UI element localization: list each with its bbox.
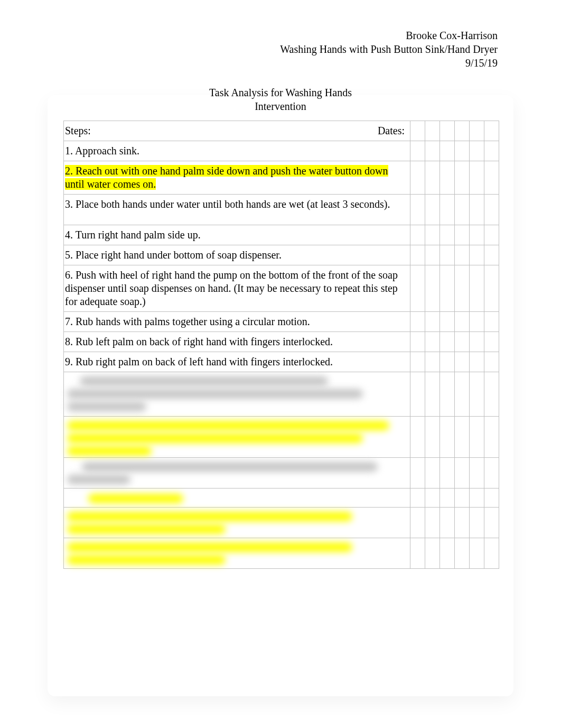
tick-cell bbox=[455, 245, 470, 265]
tick-cell bbox=[484, 417, 499, 458]
task-table-wrap: Steps:Dates:1. Approach sink.2. Reach ou… bbox=[63, 121, 498, 569]
tick-cell bbox=[410, 352, 425, 372]
tick-cell bbox=[484, 332, 499, 352]
tick-cell bbox=[425, 141, 440, 161]
tick-cell bbox=[425, 508, 440, 538]
step-text: 7. Rub hands with palms together using a… bbox=[65, 316, 310, 327]
tick-cell bbox=[410, 417, 425, 458]
tick-cell bbox=[425, 489, 440, 508]
obscured-line bbox=[67, 512, 352, 521]
date-col-header bbox=[484, 121, 499, 141]
tick-cell bbox=[470, 372, 484, 417]
tick-cell bbox=[425, 265, 440, 312]
step-cell: 9. Rub right palm on back of left hand w… bbox=[64, 352, 410, 372]
tick-cell bbox=[455, 195, 470, 225]
header-date: 9/15/19 bbox=[63, 56, 498, 70]
tick-cell bbox=[410, 508, 425, 538]
dates-label-text: Dates: bbox=[378, 124, 408, 137]
tick-cell bbox=[470, 538, 484, 569]
tick-cell bbox=[455, 489, 470, 508]
header-author: Brooke Cox-Harrison bbox=[63, 29, 498, 42]
date-col-header bbox=[455, 121, 470, 141]
tick-cell bbox=[425, 538, 440, 569]
tick-cell bbox=[410, 538, 425, 569]
tick-cell bbox=[484, 372, 499, 417]
date-col-header bbox=[440, 121, 455, 141]
tick-cell bbox=[470, 417, 484, 458]
tick-cell bbox=[455, 538, 470, 569]
tick-cell bbox=[484, 195, 499, 225]
tick-cell bbox=[455, 312, 470, 332]
tick-cell bbox=[455, 141, 470, 161]
tick-cell bbox=[410, 489, 425, 508]
step-cell: 7. Rub hands with palms together using a… bbox=[64, 312, 410, 332]
tick-cell bbox=[425, 417, 440, 458]
tick-cell bbox=[440, 141, 455, 161]
tick-cell bbox=[410, 458, 425, 489]
tick-cell bbox=[440, 489, 455, 508]
tick-cell bbox=[440, 417, 455, 458]
obscured-line bbox=[67, 475, 130, 484]
step-text: 4. Turn right hand palm side up. bbox=[65, 229, 201, 241]
tick-cell bbox=[484, 458, 499, 489]
tick-cell bbox=[455, 161, 470, 195]
tick-cell bbox=[484, 538, 499, 569]
step-cell: 8. Rub left palm on back of right hand w… bbox=[64, 332, 410, 352]
obscured-line bbox=[67, 542, 352, 552]
tick-cell bbox=[410, 245, 425, 265]
tick-cell bbox=[425, 195, 440, 225]
tick-cell bbox=[455, 265, 470, 312]
step-cell bbox=[64, 417, 410, 458]
tick-cell bbox=[484, 489, 499, 508]
tick-cell bbox=[425, 312, 440, 332]
tick-cell bbox=[455, 352, 470, 372]
tick-cell bbox=[470, 161, 484, 195]
step-cell bbox=[64, 538, 410, 569]
tick-cell bbox=[470, 489, 484, 508]
date-col-header bbox=[425, 121, 440, 141]
tick-cell bbox=[455, 372, 470, 417]
tick-cell bbox=[470, 332, 484, 352]
tick-cell bbox=[484, 312, 499, 332]
tick-cell bbox=[440, 332, 455, 352]
tick-cell bbox=[440, 352, 455, 372]
step-cell: 4. Turn right hand palm side up. bbox=[64, 225, 410, 245]
steps-label-text: Steps: bbox=[65, 124, 91, 137]
tick-cell bbox=[440, 161, 455, 195]
tick-cell bbox=[410, 225, 425, 245]
step-text: 8. Rub left palm on back of right hand w… bbox=[65, 336, 333, 347]
step-cell: 3. Place both hands under water until bo… bbox=[64, 195, 410, 225]
step-text: 1. Approach sink. bbox=[65, 145, 139, 156]
tick-cell bbox=[470, 195, 484, 225]
tick-cell bbox=[484, 352, 499, 372]
tick-cell bbox=[455, 332, 470, 352]
obscured-line bbox=[67, 555, 226, 565]
obscured-line bbox=[67, 446, 152, 456]
obscured-line bbox=[67, 421, 389, 430]
step-cell bbox=[64, 372, 410, 417]
tick-cell bbox=[440, 372, 455, 417]
tick-cell bbox=[440, 538, 455, 569]
step-cell: 1. Approach sink. bbox=[64, 141, 410, 161]
tick-cell bbox=[425, 372, 440, 417]
tick-cell bbox=[470, 225, 484, 245]
step-cell bbox=[64, 458, 410, 489]
step-text: 2. Reach out with one hand palm side dow… bbox=[65, 165, 388, 190]
tick-cell bbox=[484, 265, 499, 312]
task-table: Steps:Dates:1. Approach sink.2. Reach ou… bbox=[63, 121, 499, 569]
tick-cell bbox=[470, 245, 484, 265]
step-cell bbox=[64, 489, 410, 508]
step-cell: 2. Reach out with one hand palm side dow… bbox=[64, 161, 410, 195]
tick-cell bbox=[440, 312, 455, 332]
tick-cell bbox=[484, 141, 499, 161]
obscured-line bbox=[67, 402, 146, 411]
steps-label: Steps:Dates: bbox=[64, 121, 410, 141]
obscured-line bbox=[67, 389, 363, 399]
tick-cell bbox=[425, 458, 440, 489]
date-col-header bbox=[410, 121, 425, 141]
tick-cell bbox=[484, 245, 499, 265]
step-cell bbox=[64, 508, 410, 538]
step-text: 3. Place both hands under water until bo… bbox=[65, 198, 390, 210]
tick-cell bbox=[410, 372, 425, 417]
tick-cell bbox=[470, 312, 484, 332]
